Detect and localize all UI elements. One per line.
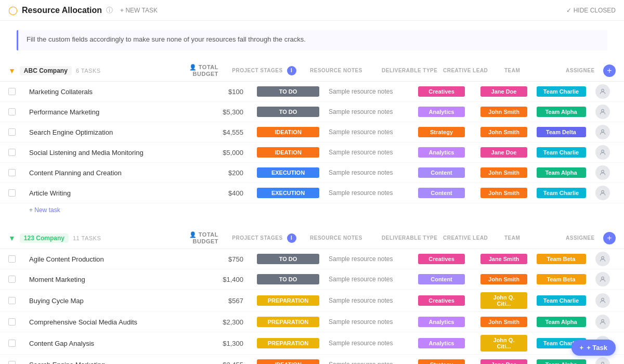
stage-badge[interactable]: PREPARATION (257, 317, 319, 327)
new-task-row-abc[interactable]: + New task (0, 203, 624, 217)
section-toggle-abc[interactable]: ▼ (8, 67, 16, 75)
deliverable-badge[interactable]: Creatives (418, 86, 465, 97)
ps-info-icon[interactable]: i (287, 66, 296, 75)
stage-badge[interactable]: PREPARATION (257, 338, 319, 348)
back-icon[interactable]: ◯ (8, 5, 18, 15)
assignee-icon[interactable] (595, 165, 610, 180)
deliverable-badge[interactable]: Creatives (418, 295, 465, 306)
deliverable-badge[interactable]: Analytics (418, 338, 465, 348)
task-row: Comprehensive Social Media Audits $2,300… (0, 312, 624, 332)
task-checkbox[interactable] (8, 149, 16, 156)
stage-cell: EXECUTION (252, 188, 324, 198)
assignee-icon[interactable] (595, 125, 610, 139)
ps-info-icon[interactable]: i (287, 233, 296, 243)
assignee-icon[interactable] (595, 105, 610, 119)
stage-badge[interactable]: TO DO (257, 274, 319, 284)
creative-lead-badge[interactable]: John Smith (480, 127, 527, 137)
task-checkbox[interactable] (8, 108, 16, 115)
section-toggle-comp123[interactable]: ▼ (8, 234, 16, 242)
task-checkbox[interactable] (8, 297, 16, 304)
task-checkbox[interactable] (8, 169, 16, 176)
creative-lead-badge[interactable]: John Smith (480, 317, 527, 327)
deliverable-badge[interactable]: Strategy (418, 127, 465, 137)
task-budget: $200 (200, 169, 252, 177)
assignee-icon[interactable] (595, 145, 610, 160)
svg-point-8 (602, 298, 604, 301)
assignee-icon[interactable] (595, 315, 610, 329)
assignee-icon[interactable] (595, 252, 610, 266)
creative-lead-badge[interactable]: John Q. Citi... (480, 335, 527, 352)
task-checkbox[interactable] (8, 88, 16, 95)
new-task-header-button[interactable]: + NEW TASK (117, 6, 161, 15)
team-badge[interactable]: Team Charlie (537, 295, 586, 306)
creative-lead-cell: John Q. Citi... (475, 292, 532, 309)
creative-lead-badge[interactable]: Jane Smith (480, 254, 527, 264)
deliverable-badge[interactable]: Strategy (418, 359, 465, 364)
creative-lead-badge[interactable]: John Smith (480, 188, 527, 198)
team-badge[interactable]: Team Delta (537, 127, 586, 137)
creative-lead-cell: John Smith (475, 317, 532, 327)
assignee-cell (590, 84, 616, 99)
stage-badge[interactable]: PREPARATION (257, 295, 319, 306)
col-assignee-comp123: ASSIGNEE (566, 235, 597, 241)
add-column-button-abc[interactable]: + (603, 64, 616, 77)
creative-lead-badge[interactable]: Jane Doe (480, 359, 527, 364)
task-checkbox[interactable] (8, 340, 16, 347)
team-badge[interactable]: Team Beta (537, 274, 586, 284)
stage-badge[interactable]: IDEATION (257, 127, 319, 137)
creative-lead-badge[interactable]: John Q. Citi... (480, 292, 527, 309)
stage-badge[interactable]: TO DO (257, 86, 319, 97)
team-badge[interactable]: Team Charlie (537, 86, 586, 97)
col-assignee-abc: ASSIGNEE (566, 68, 597, 73)
creative-lead-badge[interactable]: Jane Doe (480, 86, 527, 97)
team-cell: Team Charlie (532, 147, 590, 158)
team-badge[interactable]: Team Charlie (537, 188, 586, 198)
stage-badge[interactable]: IDEATION (257, 147, 319, 158)
deliverable-badge[interactable]: Analytics (418, 107, 465, 117)
svg-point-7 (602, 277, 604, 279)
stage-badge[interactable]: IDEATION (257, 359, 319, 364)
assignee-icon[interactable] (595, 272, 610, 287)
task-budget: $5,000 (200, 149, 252, 157)
task-checkbox[interactable] (8, 255, 16, 263)
creative-lead-badge[interactable]: John Smith (480, 107, 527, 117)
assignee-icon[interactable] (595, 357, 610, 364)
deliverable-badge[interactable]: Analytics (418, 317, 465, 327)
stage-cell: TO DO (252, 107, 324, 117)
deliverable-badge[interactable]: Content (418, 167, 465, 178)
team-badge[interactable]: Team Alpha (537, 317, 586, 327)
team-badge[interactable]: Team Beta (537, 254, 586, 264)
task-checkbox[interactable] (8, 318, 16, 326)
task-checkbox[interactable] (8, 189, 16, 197)
resource-notes: Sample resource notes (324, 340, 408, 347)
add-column-button-comp123[interactable]: + (603, 232, 616, 244)
assignee-icon[interactable] (595, 186, 610, 200)
stage-badge[interactable]: EXECUTION (257, 167, 319, 178)
stage-badge[interactable]: TO DO (257, 107, 319, 117)
stage-badge[interactable]: TO DO (257, 254, 319, 264)
stage-cell: IDEATION (252, 127, 324, 137)
stage-cell: TO DO (252, 86, 324, 97)
team-badge[interactable]: Team Alpha (537, 359, 586, 364)
team-badge[interactable]: Team Charlie (537, 147, 586, 158)
task-checkbox[interactable] (8, 276, 16, 283)
stage-badge[interactable]: EXECUTION (257, 188, 319, 198)
assignee-icon[interactable] (595, 293, 610, 308)
task-checkbox[interactable] (8, 128, 16, 136)
team-badge[interactable]: Team Alpha (537, 107, 586, 117)
creative-lead-badge[interactable]: John Smith (480, 167, 527, 178)
team-badge[interactable]: Team Alpha (537, 167, 586, 178)
info-icon[interactable]: ⓘ (106, 6, 113, 15)
deliverable-badge[interactable]: Analytics (418, 147, 465, 158)
creative-lead-badge[interactable]: John Smith (480, 274, 527, 284)
deliverable-badge[interactable]: Creatives (418, 254, 465, 264)
assignee-icon[interactable] (595, 84, 610, 99)
add-task-float-button[interactable]: + + Task (571, 340, 616, 356)
deliverable-badge[interactable]: Content (418, 188, 465, 198)
hide-closed-button[interactable]: ✓ HIDE CLOSED (566, 7, 616, 14)
deliverable-badge[interactable]: Content (418, 274, 465, 284)
creative-lead-badge[interactable]: Jane Doe (480, 147, 527, 158)
creative-lead-cell: John Smith (475, 127, 532, 137)
task-checkbox[interactable] (8, 361, 16, 364)
team-cell: Team Charlie (532, 295, 590, 306)
